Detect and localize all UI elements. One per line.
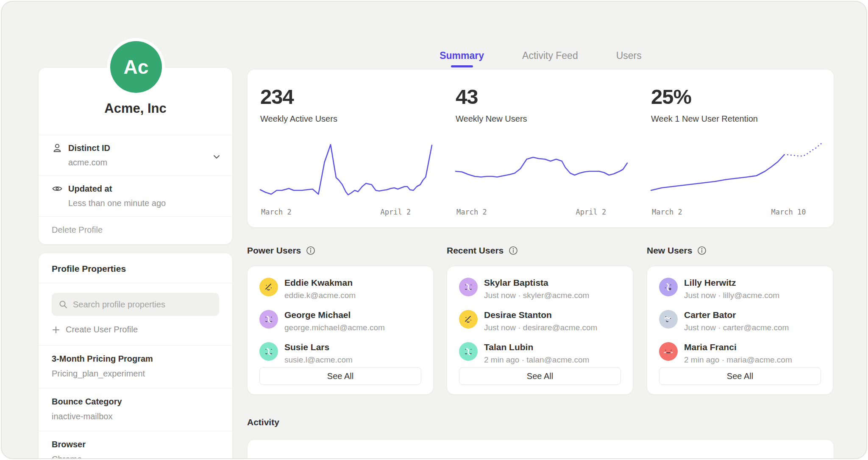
user-name: Maria Franci (684, 342, 792, 352)
user-row[interactable]: Carter Bator Just now · carter@acme.com (659, 310, 821, 332)
property-value: Pricing_plan_experiment (52, 369, 219, 379)
avatar (459, 342, 478, 361)
user-name: Carter Bator (684, 310, 789, 320)
avatar (659, 342, 678, 361)
user-row[interactable]: Lilly Herwitz Just now · lilly@acme.com (659, 278, 821, 300)
avatar-face-icon (662, 281, 675, 293)
avatar-face-icon (262, 281, 275, 293)
recent-users-card: Skylar Baptista Just now · skyler@acme.c… (447, 266, 633, 395)
stat-value: 234 (260, 85, 443, 109)
stat-value: 43 (456, 85, 638, 109)
property-item: Bounce Category inactive-mailbox (39, 388, 232, 431)
property-label: Browser (52, 440, 219, 449)
user-row[interactable]: Eddie Kwakman eddie.k@acme.com (259, 278, 421, 300)
app-frame: Ac Acme, Inc Distinct ID acme.com (1, 1, 867, 459)
see-all-button[interactable]: See All (459, 367, 621, 385)
property-item: Browser Chrome (39, 431, 232, 459)
profile-properties-title: Profile Properties (39, 253, 232, 283)
x-tick: March 2 (456, 208, 487, 216)
x-tick: April 2 (381, 208, 411, 216)
field-updated-at: Updated at Less than one minute ago (39, 176, 232, 216)
user-meta: Just now · skyler@acme.com (484, 291, 589, 300)
power-users-card: Eddie Kwakman eddie.k@acme.com George Mi… (247, 266, 434, 395)
tab-label: Users (616, 50, 642, 61)
property-label: 3-Month Pricing Program (52, 354, 219, 364)
property-label: Bounce Category (52, 397, 219, 407)
avatar (459, 278, 478, 296)
stat-weekly-active-users: 234 Weekly Active Users March 2 April 2 (248, 70, 443, 227)
x-tick: March 10 (771, 208, 806, 216)
property-value: inactive-mailbox (52, 412, 219, 421)
activity-stat: 3.4k (638, 440, 834, 459)
profile-properties-card: Profile Properties Create User Profile 3… (38, 253, 233, 459)
avatar (659, 310, 678, 329)
avatar-face-icon (662, 313, 675, 326)
field-value: Less than one minute ago (68, 198, 220, 208)
user-row[interactable]: Susie Lars susie.l@acme.com (259, 342, 421, 365)
stat-value: 240 (456, 458, 638, 459)
avatar-face-icon (262, 313, 275, 326)
user-name: Eddie Kwakman (284, 278, 356, 288)
avatar-face-icon (462, 313, 475, 326)
user-meta: susie.l@acme.com (284, 355, 353, 365)
x-axis: March 2 April 2 (260, 208, 432, 218)
delete-profile-button[interactable]: Delete Profile (39, 216, 232, 244)
x-tick: March 2 (261, 208, 292, 216)
x-tick: March 2 (652, 208, 682, 216)
tab-bar: Summary Activity Feed Users (247, 50, 834, 67)
recent-users-heading: Recent Users (447, 245, 633, 256)
new-users-heading: New Users (647, 245, 833, 256)
chevron-down-icon[interactable] (212, 152, 221, 162)
user-meta: eddie.k@acme.com (284, 291, 356, 300)
create-user-profile-button[interactable]: Create User Profile (52, 325, 219, 335)
see-all-button[interactable]: See All (259, 367, 421, 385)
new-users-card: Lilly Herwitz Just now · lilly@acme.com … (647, 266, 833, 395)
info-icon[interactable] (697, 246, 707, 255)
user-name: Talan Lubin (484, 342, 589, 352)
activity-card: 234 240 3.4k (247, 439, 834, 459)
avatar (459, 310, 478, 329)
user-row[interactable]: George Michael george.michael@acme.com (259, 310, 421, 332)
avatar (659, 278, 678, 296)
user-name: George Michael (284, 310, 385, 320)
user-row[interactable]: Desirae Stanton Just now · desirare@acme… (459, 310, 621, 332)
recent-users-section: Recent Users Skylar Baptista Just now · … (447, 245, 633, 395)
person-icon (52, 142, 63, 153)
avatar (259, 278, 278, 296)
tab-label: Summary (440, 50, 484, 61)
user-row[interactable]: Talan Lubin 2 min ago · talan@acme.com (459, 342, 621, 365)
tab-users[interactable]: Users (616, 50, 642, 67)
user-name: Skylar Baptista (484, 278, 589, 288)
power-users-section: Power Users Eddie Kwakman eddie.k@acme.c… (247, 245, 434, 395)
active-tab-underline (451, 65, 473, 67)
user-row[interactable]: Skylar Baptista Just now · skyler@acme.c… (459, 278, 621, 300)
tab-summary[interactable]: Summary (440, 50, 484, 67)
stat-weekly-new-users: 43 Weekly New Users March 2 April 2 (443, 70, 638, 227)
avatar-face-icon (262, 345, 275, 358)
info-icon[interactable] (306, 246, 315, 255)
activity-stat: 234 (248, 440, 443, 459)
see-all-button[interactable]: See All (659, 367, 821, 385)
profile-properties-search[interactable] (52, 293, 219, 316)
avatar-face-icon (462, 281, 475, 293)
activity-stat: 240 (443, 440, 638, 459)
x-axis: March 2 March 10 (651, 208, 823, 218)
stat-value: 25% (651, 85, 834, 109)
stat-value: 234 (260, 458, 443, 459)
user-row[interactable]: Maria Franci 2 min ago · maria@acme.com (659, 342, 821, 365)
user-meta: Just now · lilly@acme.com (684, 291, 779, 300)
property-value: Chrome (52, 454, 219, 459)
avatar (259, 342, 278, 361)
search-input[interactable] (73, 300, 212, 309)
create-user-profile-label: Create User Profile (66, 325, 138, 335)
stat-label: Weekly Active Users (260, 114, 443, 124)
x-axis: March 2 April 2 (456, 208, 627, 218)
info-icon[interactable] (509, 246, 518, 255)
user-meta: Just now · desirare@acme.com (484, 323, 597, 332)
tab-activity-feed[interactable]: Activity Feed (522, 50, 578, 67)
list-title: New Users (647, 245, 692, 256)
field-label: Updated at (68, 184, 112, 194)
stat-label: Weekly New Users (456, 114, 638, 124)
user-meta: 2 min ago · maria@acme.com (684, 355, 792, 365)
stat-label: Week 1 New User Retention (651, 114, 834, 124)
